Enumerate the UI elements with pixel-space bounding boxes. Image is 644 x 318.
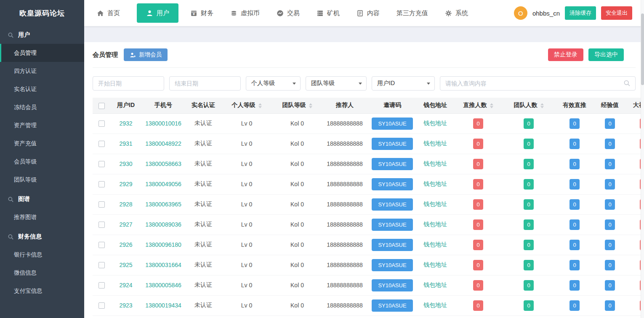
sidebar-section-finance[interactable]: 财务信息 — [0, 228, 84, 246]
user-id-link[interactable]: 2929 — [119, 181, 132, 187]
phone-link[interactable]: 13800048922 — [145, 140, 181, 147]
phone-link[interactable]: 13800096180 — [145, 241, 181, 248]
user-id-link[interactable]: 2928 — [119, 201, 132, 208]
wallet-link[interactable]: 钱包地址 — [423, 281, 447, 288]
phone-link[interactable]: 13800005846 — [145, 282, 181, 289]
start-date-input[interactable] — [93, 76, 164, 91]
valid-direct-badge: 0 — [569, 219, 579, 230]
sidebar-item-bankcard-info[interactable]: 银行卡信息 — [0, 246, 84, 264]
sidebar-item-realname-auth[interactable]: 实名认证 — [0, 80, 84, 98]
logout-button[interactable]: 安全退出 — [601, 6, 632, 20]
sidebar-item-frozen-members[interactable]: 冻结会员 — [0, 98, 84, 116]
sort-icon[interactable] — [540, 103, 544, 108]
invite-code-button[interactable]: SY10ASUE — [372, 198, 412, 211]
valid-direct-badge: 0 — [569, 159, 579, 169]
nav-item-miners[interactable]: 矿机 — [317, 9, 340, 17]
user-id-link[interactable]: 2923 — [119, 302, 132, 309]
clear-cache-button[interactable]: 清除缓存 — [565, 6, 596, 20]
sidebar-item-wechat-info[interactable]: 微信信息 — [0, 264, 84, 282]
invite-code-button[interactable]: SY10ASUE — [372, 118, 412, 130]
ban-login-button[interactable]: 禁止登录 — [548, 48, 583, 61]
user-id-link[interactable]: 2930 — [119, 160, 132, 167]
nav-item-home[interactable]: 首页 — [97, 9, 120, 17]
sidebar-item-team-level[interactable]: 团队等级 — [0, 171, 84, 189]
wallet-link[interactable]: 钱包地址 — [423, 200, 447, 207]
invite-code-button[interactable]: SY10ASUE — [372, 259, 412, 271]
wallet-link[interactable]: 钱包地址 — [423, 140, 447, 147]
user-id-link[interactable]: 2932 — [119, 120, 132, 127]
phone-link[interactable]: 13800031664 — [145, 262, 181, 268]
table-row: 2926 13800096180 未认证 Lv 0 Kol 0 18888888… — [93, 235, 644, 255]
wallet-link[interactable]: 钱包地址 — [423, 180, 447, 187]
nav-item-users[interactable]: 用户 — [137, 3, 178, 23]
wallet-link[interactable]: 钱包地址 — [423, 160, 447, 167]
row-checkbox[interactable] — [98, 141, 105, 147]
sort-icon[interactable] — [490, 103, 493, 108]
sidebar-item-asset-management[interactable]: 资产管理 — [0, 116, 84, 134]
row-checkbox[interactable] — [98, 222, 105, 228]
phone-link[interactable]: 13800010016 — [145, 120, 181, 127]
sidebar-item-member-management[interactable]: 会员管理 — [0, 44, 84, 62]
nav-label: 交易 — [287, 9, 300, 17]
invite-code-button[interactable]: SY10ASUE — [372, 138, 412, 150]
team-level-select[interactable]: 团队等级 — [306, 76, 367, 91]
filter-bar: 个人等级 团队等级 用户ID — [93, 76, 636, 91]
phone-link[interactable]: 13800089036 — [145, 221, 181, 228]
nav-item-content[interactable]: 内容 — [357, 9, 380, 17]
search-icon[interactable] — [623, 80, 631, 87]
export-selected-button[interactable]: 导出选中 — [588, 48, 624, 61]
phone-link[interactable]: 13800019434 — [145, 302, 181, 309]
nav-item-finance[interactable]: ¥ 财务 — [190, 9, 213, 17]
query-field-select[interactable]: 用户ID — [372, 76, 435, 91]
user-id-link[interactable]: 2927 — [119, 221, 132, 228]
sidebar-item-fourparty-auth[interactable]: 四方认证 — [0, 62, 84, 80]
row-checkbox[interactable] — [98, 242, 105, 248]
sort-icon[interactable] — [258, 103, 262, 108]
select-all-checkbox[interactable] — [98, 103, 105, 109]
invite-code-button[interactable]: SY10ASUE — [372, 158, 412, 170]
row-checkbox[interactable] — [98, 161, 105, 167]
invite-code-button[interactable]: SY10ASUE — [372, 219, 412, 231]
add-member-button[interactable]: 新增会员 — [124, 48, 168, 61]
wallet-link[interactable]: 钱包地址 — [423, 221, 447, 227]
wallet-link[interactable]: 钱包地址 — [423, 261, 447, 268]
invite-code-button[interactable]: SY10ASUE — [372, 279, 412, 291]
phone-link[interactable]: 13800049056 — [145, 181, 181, 187]
nav-item-trade[interactable]: 交易 — [277, 9, 300, 17]
nav-item-thirdparty-recharge[interactable]: 第三方充值 — [397, 9, 428, 17]
sidebar-item-member-level[interactable]: 会员等级 — [0, 152, 84, 171]
phone-link[interactable]: 13800063965 — [145, 201, 181, 208]
sidebar-section-graph[interactable]: 图谱 — [0, 190, 84, 208]
wallet-link[interactable]: 钱包地址 — [423, 120, 447, 126]
invite-code-button[interactable]: SY10ASUE — [372, 178, 412, 190]
sidebar-item-asset-recharge[interactable]: 资产充值 — [0, 134, 84, 152]
sidebar-item-referral-graph[interactable]: 推荐图谱 — [0, 208, 84, 226]
row-checkbox[interactable] — [98, 302, 105, 309]
vertical-scrollbar[interactable] — [641, 0, 644, 318]
phone-link[interactable]: 13800058663 — [145, 160, 181, 167]
row-checkbox[interactable] — [98, 201, 105, 208]
row-checkbox[interactable] — [98, 120, 105, 127]
user-id-link[interactable]: 2931 — [119, 140, 132, 147]
personal-level-select[interactable]: 个人等级 — [246, 76, 301, 91]
scrollbar-thumb[interactable] — [641, 13, 644, 85]
avatar[interactable]: O — [514, 6, 527, 20]
search-input[interactable] — [440, 76, 636, 91]
sidebar-item-alipay-info[interactable]: 支付宝信息 — [0, 282, 84, 300]
row-checkbox[interactable] — [98, 262, 105, 268]
row-checkbox[interactable] — [98, 181, 105, 187]
sort-icon[interactable] — [309, 103, 312, 108]
wallet-link[interactable]: 钱包地址 — [423, 302, 447, 308]
user-id-link[interactable]: 2925 — [119, 262, 132, 268]
user-id-link[interactable]: 2926 — [119, 241, 132, 248]
row-checkbox[interactable] — [98, 282, 105, 289]
referrer: 18888888888 — [327, 262, 363, 268]
invite-code-button[interactable]: SY10ASUE — [372, 239, 412, 251]
end-date-input[interactable] — [169, 76, 241, 91]
nav-item-crypto[interactable]: 虚拟币 — [230, 9, 260, 17]
wallet-link[interactable]: 钱包地址 — [423, 241, 447, 248]
nav-item-system[interactable]: 系统 — [445, 9, 468, 17]
sidebar-section-users[interactable]: 用户 — [0, 26, 84, 44]
user-id-link[interactable]: 2924 — [119, 282, 132, 289]
invite-code-button[interactable]: SY10ASUE — [372, 299, 412, 312]
